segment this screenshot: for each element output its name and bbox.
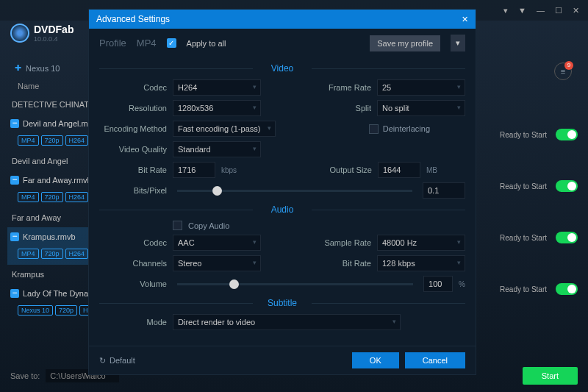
volume-input[interactable]: 100: [423, 276, 453, 292]
volume-unit: %: [459, 280, 465, 288]
close-icon[interactable]: ✕: [573, 6, 579, 15]
start-button[interactable]: Start: [523, 367, 578, 385]
quality-select[interactable]: Standard: [173, 141, 261, 157]
minimize-icon[interactable]: —: [537, 6, 545, 15]
status-row: Ready to Start: [500, 129, 578, 140]
audio-codec-label: Codec: [99, 238, 167, 247]
dialog-titlebar: Advanced Settings ✕: [89, 10, 476, 29]
tag[interactable]: MP4: [18, 249, 39, 259]
bpp-input[interactable]: 0.1: [423, 182, 465, 199]
plus-icon[interactable]: ✚: [15, 63, 21, 73]
save-profile-dropdown[interactable]: ▾: [451, 35, 465, 51]
profile-label: Profile: [99, 38, 126, 49]
bpp-slider[interactable]: [177, 190, 412, 192]
framerate-label: Frame Rate: [318, 83, 371, 92]
saveto-label: Save to:: [10, 371, 40, 380]
dialog-footer: ↻Default OK Cancel: [89, 346, 476, 374]
codec-label: Codec: [99, 83, 167, 92]
bpp-label: Bits/Pixel: [99, 186, 167, 195]
device-name: Nexus 10: [26, 64, 60, 73]
maximize-icon[interactable]: ☐: [555, 6, 562, 15]
save-profile-button[interactable]: Save my profile: [370, 35, 440, 51]
section-audio: Audio: [99, 204, 465, 215]
profile-value: MP4: [137, 38, 157, 49]
tag[interactable]: MP4: [18, 135, 39, 146]
dialog-header: Profile MP4 ✓ Apply to all Save my profi…: [89, 29, 476, 57]
dropdown-icon[interactable]: ▾: [503, 6, 508, 15]
tag[interactable]: H264: [65, 249, 89, 259]
channels-label: Channels: [99, 259, 167, 268]
outsize-input[interactable]: 1644: [378, 162, 420, 178]
cancel-button[interactable]: Cancel: [405, 352, 465, 368]
notification-icon[interactable]: ≡9: [554, 63, 572, 80]
apply-all-checkbox[interactable]: ✓: [167, 38, 176, 48]
brand-version: 10.0.0.4: [34, 35, 74, 43]
channels-select[interactable]: Stereo: [173, 255, 261, 271]
toggle-switch[interactable]: [556, 283, 578, 295]
collapse-icon[interactable]: −: [10, 232, 19, 241]
ok-button[interactable]: OK: [352, 352, 399, 368]
tag[interactable]: 720p: [41, 192, 63, 202]
default-label: Default: [110, 356, 135, 365]
brand-logo-icon: [10, 24, 29, 43]
outsize-label: Output Size: [319, 165, 372, 174]
section-subtitle: Subtitle: [99, 298, 465, 308]
copy-audio-checkbox[interactable]: [173, 221, 182, 230]
deinterlacing-checkbox[interactable]: [369, 124, 379, 134]
subtitle-mode-select[interactable]: Direct render to video: [173, 314, 401, 330]
apply-all-label: Apply to all: [187, 39, 226, 48]
tag[interactable]: H264: [65, 135, 89, 146]
tag[interactable]: 720p: [41, 135, 63, 146]
status-text: Ready to Start: [500, 182, 547, 190]
status-text: Ready to Start: [500, 285, 547, 293]
audio-codec-select[interactable]: AAC: [173, 235, 261, 251]
pin-icon[interactable]: ▼: [518, 6, 526, 15]
status-row: Ready to Start: [500, 180, 578, 192]
samplerate-select[interactable]: 48000 Hz: [377, 235, 465, 251]
collapse-icon[interactable]: −: [10, 289, 19, 298]
subtitle-mode-label: Mode: [99, 318, 167, 327]
audio-bitrate-select[interactable]: 128 kbps: [377, 255, 465, 271]
tag[interactable]: Nexus 10: [18, 305, 53, 316]
framerate-select[interactable]: 25: [377, 79, 465, 96]
status-row: Ready to Start: [500, 283, 578, 295]
notification-count: 9: [564, 61, 573, 70]
refresh-icon: ↻: [99, 356, 106, 366]
toggle-switch[interactable]: [556, 129, 578, 140]
split-select[interactable]: No split: [377, 100, 465, 116]
tag[interactable]: H264: [65, 192, 89, 202]
status-row: Ready to Start: [500, 232, 578, 243]
section-video: Video: [99, 63, 465, 74]
tag[interactable]: 720p: [55, 305, 77, 316]
app-window: ▾ ▼ — ☐ ✕ DVDFab 10.0.0.4 ≡9 ✚ Nexus 10 …: [0, 0, 588, 392]
collapse-icon[interactable]: −: [10, 119, 19, 128]
resolution-label: Resolution: [99, 104, 167, 113]
close-icon[interactable]: ✕: [462, 15, 468, 24]
default-button[interactable]: ↻Default: [99, 356, 135, 366]
quality-label: Video Quality: [99, 145, 167, 154]
bitrate-unit: kbps: [221, 166, 237, 174]
brand: DVDFab 10.0.0.4: [10, 24, 74, 43]
deinterlacing-option[interactable]: Deinterlacing: [369, 124, 430, 134]
encoding-select[interactable]: Fast encoding (1-pass): [173, 121, 276, 137]
slider-thumb[interactable]: [212, 186, 222, 196]
resolution-select[interactable]: 1280x536: [173, 100, 261, 116]
bitrate-input[interactable]: 1716: [173, 162, 215, 178]
audio-bitrate-label: Bit Rate: [318, 259, 371, 268]
collapse-icon[interactable]: −: [10, 176, 19, 185]
copy-audio-label: Copy Audio: [188, 221, 229, 230]
tag[interactable]: 720p: [41, 249, 63, 259]
toggle-switch[interactable]: [556, 180, 578, 192]
status-text: Ready to Start: [500, 131, 547, 139]
video-codec-select[interactable]: H264: [173, 79, 261, 96]
dialog-title: Advanced Settings: [96, 14, 170, 24]
outsize-unit: MB: [426, 166, 437, 174]
toggle-switch[interactable]: [556, 232, 578, 243]
volume-slider[interactable]: [177, 283, 413, 285]
slider-thumb[interactable]: [229, 279, 239, 289]
encoding-label: Encoding Method: [99, 124, 167, 133]
tag[interactable]: MP4: [18, 192, 39, 202]
advanced-settings-dialog: Advanced Settings ✕ Profile MP4 ✓ Apply …: [88, 9, 476, 375]
brand-name: DVDFab: [34, 24, 74, 35]
status-column: Ready to Start Ready to Start Ready to S…: [500, 129, 578, 295]
